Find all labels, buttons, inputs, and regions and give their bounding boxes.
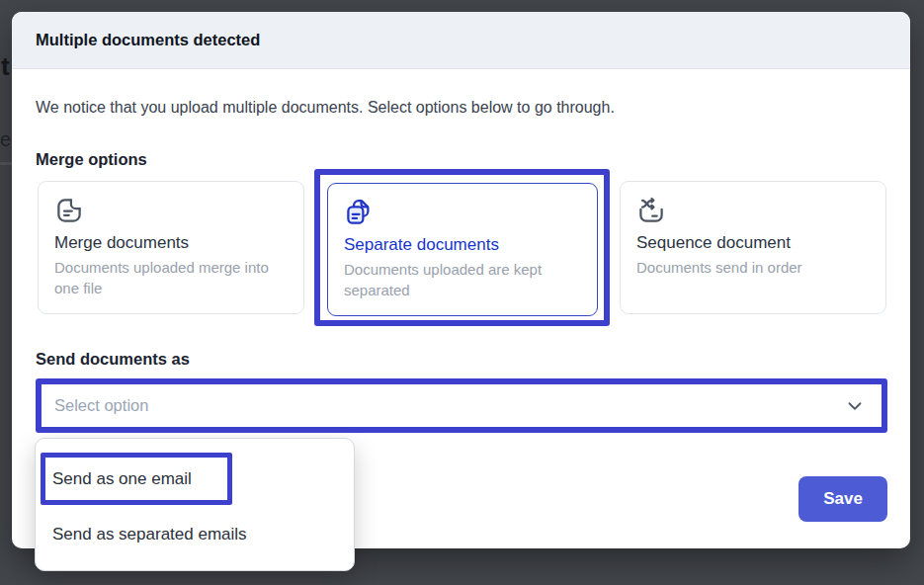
sequence-shuffle-icon [636, 196, 666, 225]
card-sequence-document[interactable]: Sequence document Documents send in orde… [620, 181, 886, 314]
modal-header: Multiple documents detected [12, 12, 910, 69]
send-as-dropdown-menu: Send as one email Send as separated emai… [35, 438, 355, 571]
document-icon [54, 196, 84, 225]
card-description: Documents uploaded are kept separated [344, 259, 581, 301]
card-title: Sequence document [636, 233, 870, 253]
card-title: Merge documents [54, 233, 288, 253]
card-description: Documents send in order [636, 257, 870, 278]
card-separate-documents[interactable]: Separate documents Documents uploaded ar… [327, 183, 598, 316]
option-send-as-separated-emails[interactable]: Send as separated emails [36, 518, 354, 551]
send-documents-as-label: Send documents as [36, 350, 190, 369]
duplicate-documents-icon [344, 198, 374, 227]
send-as-select[interactable]: Select option [42, 384, 882, 427]
overlay-backdrop: t er Multiple documents detected We noti… [0, 0, 924, 585]
background-text-fragment: t [1, 51, 10, 82]
save-button[interactable]: Save [798, 476, 887, 522]
card-merge-documents[interactable]: Merge documents Documents uploaded merge… [38, 181, 304, 314]
merge-options-label: Merge options [36, 150, 147, 169]
multiple-documents-modal: Multiple documents detected We notice th… [12, 12, 910, 548]
card-description: Documents uploaded merge into one file [54, 257, 288, 299]
modal-title: Multiple documents detected [36, 31, 260, 49]
option-send-as-one-email[interactable]: Send as one email [36, 458, 354, 501]
card-title: Separate documents [344, 235, 581, 255]
chevron-down-icon [844, 395, 866, 417]
select-placeholder: Select option [54, 396, 844, 415]
modal-intro-text: We notice that you upload multiple docum… [36, 99, 615, 117]
